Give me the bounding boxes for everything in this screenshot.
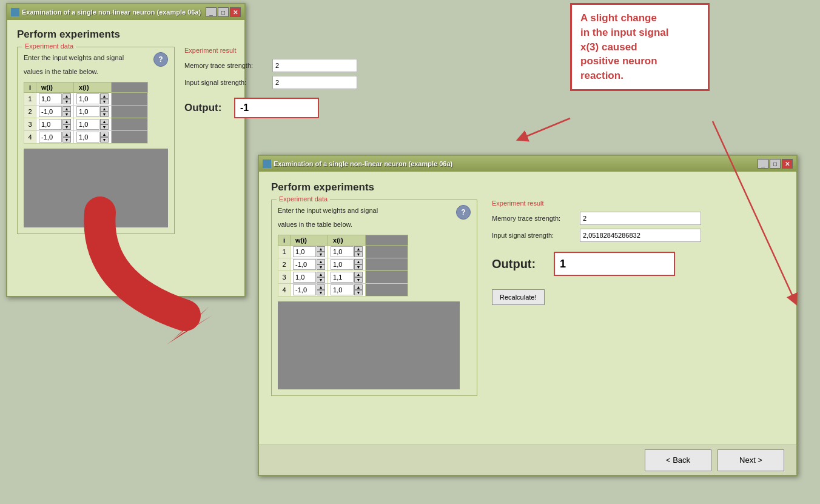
- front-help-btn[interactable]: ?: [456, 205, 471, 220]
- front-x-down-2[interactable]: ▼: [354, 277, 363, 283]
- front-data-table: i w(i) x(i) 1 ▲ ▼: [278, 235, 408, 297]
- back-input-input[interactable]: [272, 76, 357, 89]
- front-experiment-data-group: Experiment data Enter the input weights …: [271, 200, 477, 396]
- front-output-input[interactable]: [554, 252, 675, 276]
- front-x-input-2[interactable]: [331, 272, 354, 283]
- back-x-up-0[interactable]: ▲: [100, 93, 109, 99]
- red-arrow: [64, 194, 221, 354]
- front-table-row: 2 ▲ ▼ ▲ ▼: [278, 258, 408, 270]
- back-x-down-3[interactable]: ▼: [100, 137, 109, 143]
- front-x-down-3[interactable]: ▼: [354, 290, 363, 295]
- back-w-input-0[interactable]: [39, 93, 62, 104]
- front-minimize-btn[interactable]: _: [758, 159, 768, 169]
- back-w-up-3[interactable]: ▲: [62, 132, 71, 137]
- front-cell-w: ▲ ▼: [291, 258, 328, 270]
- front-w-up-1[interactable]: ▲: [317, 259, 325, 264]
- back-minimize-btn[interactable]: _: [206, 7, 217, 17]
- front-cell-graph: [366, 283, 408, 296]
- front-w-down-0[interactable]: ▼: [317, 252, 325, 257]
- recalculate-btn[interactable]: Recalculate!: [492, 289, 545, 305]
- front-x-up-2[interactable]: ▲: [354, 272, 363, 277]
- back-maximize-btn[interactable]: □: [218, 7, 229, 17]
- back-x-up-2[interactable]: ▲: [100, 119, 109, 124]
- back-x-up-1[interactable]: ▲: [100, 106, 109, 112]
- back-cell-i: 4: [24, 130, 36, 143]
- front-x-input-1[interactable]: [331, 259, 354, 270]
- back-x-down-2[interactable]: ▼: [100, 124, 109, 130]
- back-x-input-2[interactable]: [76, 119, 99, 130]
- back-cell-graph: [112, 92, 148, 105]
- back-cell-w: ▲ ▼: [36, 118, 74, 130]
- front-maximize-btn[interactable]: □: [770, 159, 781, 169]
- back-w-down-3[interactable]: ▼: [62, 137, 71, 143]
- front-input-input[interactable]: [580, 229, 701, 242]
- back-x-up-3[interactable]: ▲: [100, 132, 109, 137]
- back-data-table: i w(i) x(i) 1 ▲ ▼: [24, 82, 148, 144]
- front-w-down-3[interactable]: ▼: [317, 290, 325, 295]
- front-col-i: i: [278, 235, 291, 245]
- front-window-titlebar: Examination of a single non-linear neuro…: [259, 156, 796, 172]
- front-x-input-0[interactable]: [331, 246, 354, 257]
- next-btn[interactable]: Next >: [718, 449, 784, 471]
- back-x-down-1[interactable]: ▼: [100, 112, 109, 117]
- back-cell-x: ▲ ▼: [74, 92, 112, 105]
- back-w-input-3[interactable]: [39, 132, 62, 143]
- back-x-input-0[interactable]: [76, 93, 99, 104]
- back-w-up-1[interactable]: ▲: [62, 106, 71, 112]
- back-group-label: Experiment data: [22, 42, 76, 50]
- back-output-label: Output:: [184, 102, 227, 114]
- back-w-down-0[interactable]: ▼: [62, 99, 71, 104]
- front-x-down-1[interactable]: ▼: [354, 264, 363, 270]
- back-output-input[interactable]: [234, 98, 319, 118]
- front-cell-graph: [366, 258, 408, 270]
- back-help-btn[interactable]: ?: [153, 52, 168, 67]
- front-w-input-1[interactable]: [293, 259, 316, 270]
- front-result-label: Experiment result: [492, 200, 784, 207]
- front-w-down-2[interactable]: ▼: [317, 277, 325, 283]
- annotation-line2: in the input signal: [580, 27, 668, 38]
- front-x-down-0[interactable]: ▼: [354, 252, 363, 257]
- back-window-controls: _ □ ✕: [206, 7, 241, 17]
- front-memory-input[interactable]: [580, 212, 701, 225]
- back-cell-i: 2: [24, 105, 36, 118]
- back-w-up-2[interactable]: ▲: [62, 119, 71, 124]
- front-w-down-1[interactable]: ▼: [317, 264, 325, 270]
- front-group-label: Experiment data: [277, 195, 330, 203]
- front-cell-w: ▲ ▼: [291, 270, 328, 283]
- front-w-input-0[interactable]: [293, 246, 316, 257]
- front-close-btn[interactable]: ✕: [782, 159, 793, 169]
- annotation-line5: reaction.: [580, 70, 623, 81]
- back-result-label: Experiment result: [184, 47, 357, 54]
- front-w-up-3[interactable]: ▲: [317, 284, 325, 290]
- back-close-btn[interactable]: ✕: [230, 7, 241, 17]
- back-input-label: Input signal strength:: [184, 79, 272, 86]
- front-w-up-2[interactable]: ▲: [317, 272, 325, 277]
- front-window-icon: [263, 160, 271, 168]
- back-cell-i: 3: [24, 118, 36, 130]
- front-cell-i: 2: [278, 258, 291, 270]
- back-x-input-1[interactable]: [76, 106, 99, 117]
- back-x-input-3[interactable]: [76, 132, 99, 143]
- back-w-input-2[interactable]: [39, 119, 62, 130]
- front-x-up-0[interactable]: ▲: [354, 246, 363, 252]
- front-w-input-2[interactable]: [293, 272, 316, 283]
- front-input-label: Input signal strength:: [492, 232, 580, 239]
- back-table-row: 3 ▲ ▼ ▲ ▼: [24, 118, 148, 130]
- back-x-down-0[interactable]: ▼: [100, 99, 109, 104]
- back-w-down-1[interactable]: ▼: [62, 112, 71, 117]
- front-w-up-0[interactable]: ▲: [317, 246, 325, 252]
- back-memory-input[interactable]: [272, 59, 357, 72]
- back-w-input-1[interactable]: [39, 106, 62, 117]
- front-x-input-3[interactable]: [331, 284, 354, 295]
- back-w-down-2[interactable]: ▼: [62, 124, 71, 130]
- front-w-input-3[interactable]: [293, 284, 316, 295]
- front-x-up-3[interactable]: ▲: [354, 284, 363, 290]
- nav-bar: < Back Next >: [259, 445, 796, 475]
- back-btn[interactable]: < Back: [645, 449, 711, 471]
- front-x-up-1[interactable]: ▲: [354, 259, 363, 264]
- back-col-extra: [112, 82, 148, 92]
- back-col-x: x(i): [74, 82, 112, 92]
- back-w-up-0[interactable]: ▲: [62, 93, 71, 99]
- front-window-controls: _ □ ✕: [758, 159, 793, 169]
- back-cell-graph: [112, 105, 148, 118]
